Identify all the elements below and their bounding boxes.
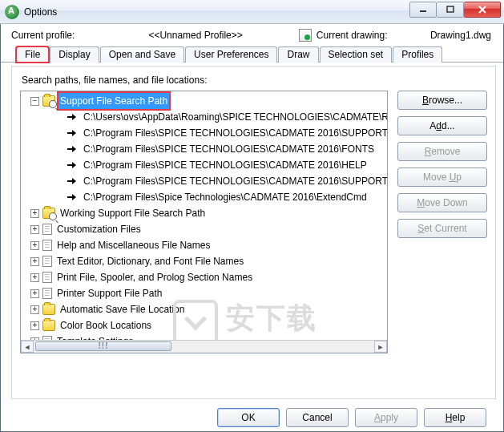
arrow-icon bbox=[66, 128, 79, 138]
drawing-icon bbox=[299, 29, 312, 42]
apply-button[interactable]: Apply bbox=[355, 408, 417, 427]
tree[interactable]: 安下载 anxz.com Support File Search PathC:\… bbox=[20, 91, 388, 353]
side-buttons: Browse... Add... Remove Move Up Move Dow… bbox=[397, 91, 487, 353]
expander-icon[interactable] bbox=[30, 257, 39, 266]
window-title: Options bbox=[24, 6, 57, 18]
help-button[interactable]: Help bbox=[424, 408, 486, 427]
expander-icon[interactable] bbox=[30, 241, 39, 250]
tree-node-2[interactable]: Help and Miscellaneous File Names bbox=[55, 237, 212, 253]
tree-node-4[interactable]: Print File, Spooler, and Prolog Section … bbox=[55, 269, 254, 285]
expander-icon[interactable] bbox=[30, 305, 39, 314]
expander-icon[interactable] bbox=[30, 225, 39, 234]
scroll-thumb[interactable] bbox=[35, 341, 171, 351]
tree-node-7[interactable]: Color Book Locations bbox=[58, 317, 153, 333]
tree-node-1[interactable]: Customization Files bbox=[55, 221, 143, 237]
app-icon bbox=[5, 5, 19, 19]
tree-path-2[interactable]: C:\Program Files\SPICE TECHNOLOGIES\CADM… bbox=[82, 141, 376, 157]
minimize-button[interactable] bbox=[409, 2, 437, 18]
expander-icon[interactable] bbox=[30, 321, 39, 330]
close-button[interactable] bbox=[464, 2, 501, 18]
arrow-icon bbox=[66, 192, 79, 202]
folder-icon bbox=[42, 320, 55, 331]
folder-icon bbox=[42, 304, 55, 315]
file-icon bbox=[42, 288, 52, 299]
tree-path-4[interactable]: C:\Program Files\SPICE TECHNOLOGIES\CADM… bbox=[82, 173, 388, 189]
set-current-button[interactable]: Set Current bbox=[397, 219, 487, 238]
tab-user-preferences[interactable]: User Preferences bbox=[185, 46, 277, 63]
scroll-right-button[interactable]: ► bbox=[374, 341, 387, 353]
expander-icon[interactable] bbox=[30, 273, 39, 282]
svg-rect-1 bbox=[447, 6, 454, 12]
folder-search-icon bbox=[42, 208, 55, 219]
maximize-button[interactable] bbox=[437, 2, 464, 18]
tree-path-0[interactable]: C:\Users\ovs\AppData\Roaming\SPICE TECHN… bbox=[82, 109, 388, 125]
expander-icon[interactable] bbox=[30, 97, 39, 106]
move-up-button[interactable]: Move Up bbox=[397, 168, 487, 187]
folder-search-icon bbox=[42, 95, 55, 107]
tab-profiles[interactable]: Profiles bbox=[393, 46, 442, 63]
tree-node-6[interactable]: Automatic Save File Location bbox=[58, 301, 186, 317]
tab-file[interactable]: File bbox=[16, 46, 49, 63]
tree-path-1[interactable]: C:\Program Files\SPICE TECHNOLOGIES\CADM… bbox=[82, 125, 388, 141]
arrow-icon bbox=[66, 176, 79, 186]
cancel-button[interactable]: Cancel bbox=[286, 408, 349, 427]
bottom-bar: OK Cancel Apply Help bbox=[0, 408, 504, 427]
file-icon bbox=[42, 256, 52, 267]
expander-icon[interactable] bbox=[30, 289, 39, 298]
tab-selection-set[interactable]: Selection set bbox=[320, 46, 393, 63]
drawing-label: Current drawing: bbox=[317, 30, 388, 41]
remove-button[interactable]: Remove bbox=[397, 142, 487, 161]
horizontal-scrollbar[interactable]: ◄ ► bbox=[21, 340, 387, 353]
tab-draw[interactable]: Draw bbox=[278, 46, 318, 63]
header-row: Current profile: <<Unnamed Profile>> Cur… bbox=[0, 24, 504, 45]
scroll-left-button[interactable]: ◄ bbox=[21, 341, 34, 353]
options-panel: Search paths, file names, and file locat… bbox=[11, 66, 496, 399]
tree-node-support-file-search-path[interactable]: Support File Search Path bbox=[58, 93, 169, 109]
profile-name: <<Unnamed Profile>> bbox=[148, 30, 242, 41]
expander-icon[interactable] bbox=[30, 209, 39, 218]
tree-node-3[interactable]: Text Editor, Dictionary, and Font File N… bbox=[55, 253, 245, 269]
ok-button[interactable]: OK bbox=[217, 408, 280, 427]
drawing-name: Drawing1.dwg bbox=[430, 30, 491, 41]
tree-node-0[interactable]: Working Support File Search Path bbox=[58, 205, 207, 221]
tabs: File Display Open and Save User Preferen… bbox=[0, 45, 504, 63]
move-down-button[interactable]: Move Down bbox=[397, 193, 487, 212]
browse-button[interactable]: Browse... bbox=[397, 91, 487, 110]
file-icon bbox=[42, 224, 52, 235]
tab-display[interactable]: Display bbox=[50, 46, 99, 63]
panel-label: Search paths, file names, and file locat… bbox=[22, 75, 487, 86]
tree-path-5[interactable]: C:\Program Files\Spice Technologies\CADM… bbox=[82, 189, 369, 205]
add-button[interactable]: Add... bbox=[397, 116, 487, 135]
file-icon bbox=[42, 272, 52, 283]
arrow-icon bbox=[66, 160, 79, 170]
arrow-icon bbox=[66, 112, 79, 122]
profile-label: Current profile: bbox=[11, 30, 75, 41]
arrow-icon bbox=[66, 144, 79, 154]
tree-node-5[interactable]: Printer Support File Path bbox=[55, 285, 163, 301]
file-icon bbox=[42, 240, 52, 251]
tree-path-3[interactable]: C:\Program Files\SPICE TECHNOLOGIES\CADM… bbox=[82, 157, 369, 173]
tab-open-and-save[interactable]: Open and Save bbox=[100, 46, 184, 63]
titlebar: Options bbox=[0, 0, 504, 24]
